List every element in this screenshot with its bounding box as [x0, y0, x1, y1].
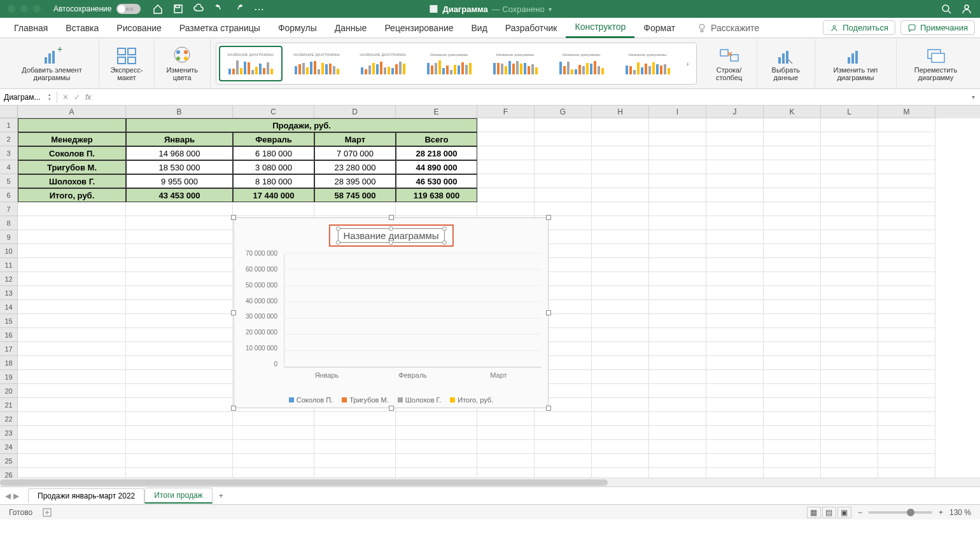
cell[interactable]	[821, 286, 878, 300]
zoom-percent[interactable]: 130 %	[949, 508, 971, 517]
cell[interactable]	[126, 216, 233, 230]
cell[interactable]	[233, 454, 314, 468]
cell[interactable]	[764, 398, 821, 412]
column-header[interactable]: D	[314, 106, 396, 118]
cell[interactable]	[477, 146, 535, 160]
cell[interactable]	[764, 244, 821, 258]
cell[interactable]	[878, 370, 935, 384]
row-header[interactable]: 23	[0, 426, 18, 440]
cell[interactable]	[706, 188, 764, 202]
tab-Вставка[interactable]: Вставка	[57, 18, 108, 38]
cell[interactable]	[126, 230, 233, 244]
cell[interactable]	[592, 412, 649, 426]
cell[interactable]	[649, 258, 706, 272]
cell[interactable]	[706, 286, 764, 300]
cell[interactable]	[706, 328, 764, 342]
home-icon[interactable]	[152, 3, 164, 15]
cell[interactable]	[649, 356, 706, 370]
cell[interactable]	[649, 272, 706, 286]
cell[interactable]	[126, 426, 233, 440]
window-traffic-lights[interactable]	[8, 5, 41, 13]
cell[interactable]	[592, 342, 649, 356]
cell[interactable]	[764, 230, 821, 244]
cell[interactable]	[592, 440, 649, 454]
cell[interactable]	[314, 202, 396, 216]
cell[interactable]	[314, 426, 396, 440]
quick-layout-button[interactable]: Экспресс-макет	[99, 39, 155, 88]
cell[interactable]	[764, 300, 821, 314]
cell[interactable]	[821, 328, 878, 342]
cell[interactable]	[878, 132, 935, 146]
cell[interactable]	[764, 426, 821, 440]
cell[interactable]	[706, 132, 764, 146]
cell[interactable]	[878, 146, 935, 160]
cell[interactable]	[649, 300, 706, 314]
column-header[interactable]: E	[396, 106, 477, 118]
cell[interactable]	[649, 216, 706, 230]
cell[interactable]	[706, 146, 764, 160]
sheet-tab-2[interactable]: Итоги продаж	[144, 488, 212, 504]
chart-styles-gallery[interactable]: НАЗВАНИЕ ДИАГРАММЫНАЗВАНИЕ ДИАГРАММЫНАЗВ…	[216, 43, 697, 85]
cell[interactable]	[477, 188, 535, 202]
select-all-corner[interactable]	[0, 106, 18, 118]
cell[interactable]	[649, 230, 706, 244]
cell[interactable]	[649, 412, 706, 426]
cell[interactable]: 9 955 000	[126, 174, 233, 188]
cell[interactable]	[706, 468, 764, 478]
column-header[interactable]: M	[878, 106, 935, 118]
cell[interactable]	[706, 412, 764, 426]
cell[interactable]	[18, 398, 126, 412]
cell[interactable]	[535, 202, 592, 216]
cell[interactable]	[764, 174, 821, 188]
cell[interactable]	[764, 272, 821, 286]
cell[interactable]	[592, 398, 649, 412]
cell[interactable]	[821, 202, 878, 216]
cell[interactable]	[706, 230, 764, 244]
row-header[interactable]: 6	[0, 188, 18, 202]
cell[interactable]	[649, 342, 706, 356]
cell[interactable]	[764, 328, 821, 342]
row-header[interactable]: 3	[0, 146, 18, 160]
cell[interactable]	[535, 412, 592, 426]
zoom-slider[interactable]	[869, 511, 932, 514]
cell[interactable]	[233, 440, 314, 454]
cell[interactable]	[535, 454, 592, 468]
cell[interactable]: Менеджер	[18, 132, 126, 146]
cell[interactable]	[706, 174, 764, 188]
cell[interactable]	[592, 118, 649, 132]
column-header[interactable]: C	[233, 106, 314, 118]
accessibility-icon[interactable]	[41, 507, 53, 518]
cell[interactable]	[126, 258, 233, 272]
tab-Главная[interactable]: Главная	[5, 18, 57, 38]
cell[interactable]	[764, 286, 821, 300]
cell[interactable]	[233, 202, 314, 216]
cell[interactable]	[592, 146, 649, 160]
cell[interactable]	[878, 342, 935, 356]
cell[interactable]	[821, 454, 878, 468]
gallery-more-icon[interactable]: ›	[682, 46, 694, 81]
cell[interactable]	[706, 300, 764, 314]
cell[interactable]	[878, 230, 935, 244]
search-icon[interactable]	[941, 3, 952, 15]
cell[interactable]	[126, 286, 233, 300]
cell[interactable]	[233, 426, 314, 440]
cell[interactable]	[878, 454, 935, 468]
cell[interactable]	[649, 314, 706, 328]
cell[interactable]	[535, 146, 592, 160]
cell[interactable]	[878, 160, 935, 174]
cell[interactable]	[764, 258, 821, 272]
cell[interactable]	[821, 398, 878, 412]
cell[interactable]: 6 180 000	[233, 146, 314, 160]
cell[interactable]	[649, 398, 706, 412]
cell[interactable]	[649, 188, 706, 202]
cell[interactable]	[535, 160, 592, 174]
chevron-down-icon[interactable]: ▾	[549, 6, 552, 13]
accept-formula-icon[interactable]: ✓	[74, 93, 80, 102]
cell[interactable]	[477, 468, 535, 478]
cell[interactable]	[535, 118, 592, 132]
cell[interactable]	[396, 440, 477, 454]
cell[interactable]	[764, 160, 821, 174]
cell[interactable]	[649, 174, 706, 188]
cell[interactable]	[649, 440, 706, 454]
cell[interactable]	[764, 370, 821, 384]
